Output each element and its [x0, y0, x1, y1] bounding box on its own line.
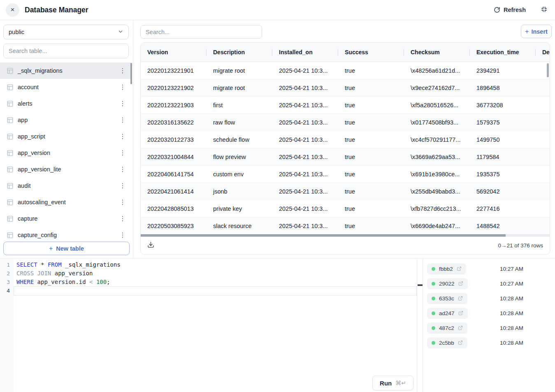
sql-editor[interactable]: 1234 SELECT * FROM _sqlx_migrationsCROSS… [0, 258, 417, 392]
external-link-icon[interactable] [458, 311, 463, 316]
table-cell: 2025-04-21 10:3... [272, 131, 338, 148]
table-row[interactable]: 20220123221902migrate root2025-04-21 10:… [141, 79, 550, 97]
external-link-icon[interactable] [458, 340, 463, 345]
sidebar: public _sqlx_migrations⋮account⋮alerts⋮a… [0, 20, 133, 258]
line-number: 4 [0, 286, 14, 295]
history-timestamp: 10:28 AM [500, 295, 523, 302]
table-cell: first [207, 97, 272, 113]
collapse-button[interactable] [541, 6, 548, 14]
table-row[interactable]: 20220428085013private key2025-04-21 10:3… [141, 200, 550, 217]
table-row[interactable]: 20220320122733schedule flow2025-04-21 10… [141, 131, 550, 148]
table-icon [7, 133, 14, 140]
table-name: capture [18, 215, 37, 222]
table-footer: 0→21 of 376 rows [141, 237, 550, 254]
history-pill-29022[interactable]: 29022 [427, 278, 468, 289]
run-button[interactable]: Run ⌘↵ [372, 376, 413, 390]
new-table-label: New table [56, 245, 84, 252]
table-cell: \x3669a629aa53... [404, 148, 470, 165]
table-cell: 2025-04-21 10:3... [272, 183, 338, 200]
sidebar-item-app_script[interactable]: app_script⋮ [0, 128, 131, 145]
refresh-icon [494, 7, 500, 13]
sidebar-item-app_version[interactable]: app_version⋮ [0, 145, 131, 161]
kebab-menu-icon[interactable]: ⋮ [119, 149, 126, 157]
table-cell: 20220428085013 [141, 200, 207, 217]
external-link-icon[interactable] [458, 325, 463, 330]
history-id: 29022 [439, 281, 455, 287]
table-row[interactable]: 20220123221903first2025-04-21 10:3...tru… [141, 97, 550, 114]
kebab-menu-icon[interactable]: ⋮ [119, 166, 126, 173]
table-cell: \x255db49babd3... [404, 183, 470, 200]
history-pill-2c5bb[interactable]: 2c5bb [427, 337, 467, 348]
history-id: 487c2 [439, 325, 454, 331]
kebab-menu-icon[interactable]: ⋮ [119, 198, 126, 206]
insert-button[interactable]: + Insert [521, 25, 552, 38]
table-cell: \x9ece274162d7... [404, 79, 470, 96]
history-pill-fbbb2[interactable]: fbbb2 [427, 263, 466, 274]
table-row[interactable]: 20220316135622raw flow2025-04-21 10:3...… [141, 114, 550, 131]
kebab-menu-icon[interactable]: ⋮ [119, 83, 126, 91]
table-cell: private key [207, 200, 272, 217]
sidebar-item-capture[interactable]: capture⋮ [0, 210, 131, 227]
table-cell: true [338, 131, 404, 148]
table-row[interactable]: 20220123221901migrate root2025-04-21 10:… [141, 62, 550, 79]
table-cell: \x691b1e3980ce... [404, 166, 470, 182]
table-search-input[interactable] [3, 44, 129, 58]
close-button[interactable]: × [6, 3, 19, 17]
sidebar-item-account[interactable]: account⋮ [0, 79, 131, 95]
sidebar-item-capture_config[interactable]: capture_config⋮ [0, 227, 131, 242]
sidebar-item-audit[interactable]: audit⋮ [0, 178, 131, 194]
history-pill-487c2[interactable]: 487c2 [427, 323, 467, 334]
external-link-icon[interactable] [457, 266, 462, 271]
table-cell: schedule flow [207, 131, 272, 148]
kebab-menu-icon[interactable]: ⋮ [119, 116, 126, 124]
table-cell: 20220123221901 [141, 62, 207, 79]
sidebar-item-app[interactable]: app⋮ [0, 112, 131, 128]
table-list: _sqlx_migrations⋮account⋮alerts⋮app⋮app_… [0, 62, 131, 242]
history-item: ad24710:28 AM [423, 306, 555, 321]
table-cell: slack resource [207, 217, 272, 234]
table-icon [7, 182, 14, 189]
table-row[interactable]: 20220421061414jsonb2025-04-21 10:3...tru… [141, 183, 550, 200]
schema-select[interactable]: public [3, 25, 129, 39]
code-line: SELECT * FROM _sqlx_migrations [14, 261, 417, 269]
kebab-menu-icon[interactable]: ⋮ [119, 67, 126, 74]
table-cell: 20220321004844 [141, 148, 207, 165]
search-input[interactable] [140, 25, 262, 39]
kebab-menu-icon[interactable]: ⋮ [119, 182, 126, 189]
sidebar-item-_sqlx_migrations[interactable]: _sqlx_migrations⋮ [0, 62, 131, 79]
table-row[interactable]: 20220321004844flow preview2025-04-21 10:… [141, 148, 550, 166]
external-link-icon[interactable] [458, 296, 463, 301]
sidebar-item-alerts[interactable]: alerts⋮ [0, 95, 131, 112]
download-button[interactable] [147, 241, 154, 250]
history-timestamp: 10:28 AM [500, 325, 523, 331]
sidebar-scrollbar[interactable] [130, 63, 132, 84]
kebab-menu-icon[interactable]: ⋮ [119, 133, 126, 140]
editor-scrollbar[interactable] [418, 284, 423, 286]
table-cell: true [338, 148, 404, 165]
table-cell: 1935375 [470, 166, 536, 182]
sidebar-item-autoscaling_event[interactable]: autoscaling_event⋮ [0, 194, 131, 210]
table-cell: 2025-04-21 10:3... [272, 114, 338, 131]
history-id: ad247 [439, 310, 455, 316]
refresh-button[interactable]: Refresh [494, 7, 526, 13]
table-row[interactable]: 20220503085923slack resource2025-04-21 1… [141, 217, 550, 235]
history-pill-ad247[interactable]: ad247 [427, 308, 468, 319]
status-dot-icon [432, 282, 435, 286]
kebab-menu-icon[interactable]: ⋮ [119, 215, 126, 222]
page-title: Database Manager [25, 6, 88, 14]
table-row[interactable]: 20220406141754custom env2025-04-21 10:3.… [141, 166, 550, 183]
line-number: 3 [0, 278, 14, 286]
history-item: 487c210:28 AM [423, 321, 555, 335]
sidebar-item-app_version_lite[interactable]: app_version_lite⋮ [0, 161, 131, 178]
new-table-button[interactable]: + New table [3, 242, 130, 255]
table-body: 20220123221901migrate root2025-04-21 10:… [141, 62, 550, 235]
history-id: fbbb2 [439, 266, 453, 272]
history-id: 6353c [439, 295, 454, 302]
kebab-menu-icon[interactable]: ⋮ [119, 100, 126, 107]
table-cell: true [338, 200, 404, 217]
kebab-menu-icon[interactable]: ⋮ [119, 231, 126, 239]
plus-icon: + [49, 245, 53, 252]
history-pill-6353c[interactable]: 6353c [427, 293, 467, 304]
table-vertical-scrollbar[interactable] [547, 63, 549, 77]
external-link-icon[interactable] [458, 281, 463, 286]
